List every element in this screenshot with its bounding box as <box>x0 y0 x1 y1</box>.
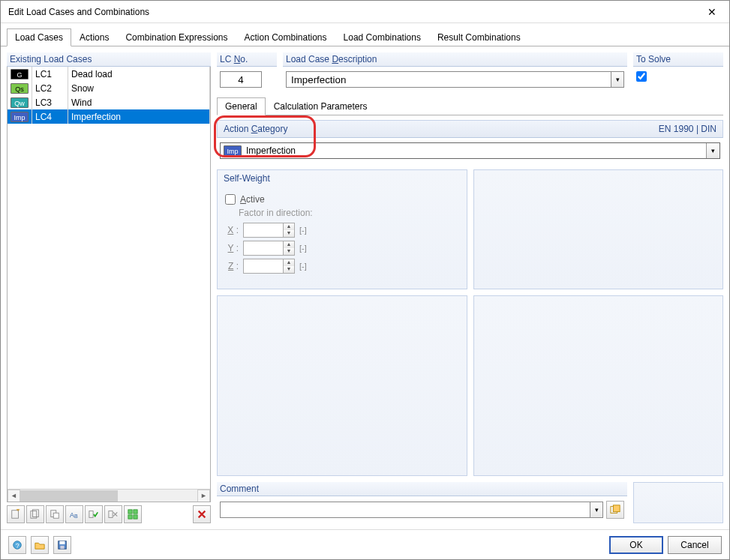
case-desc: Imperfection <box>68 109 210 124</box>
axis-x-input[interactable] <box>243 223 284 238</box>
case-desc: Wind <box>68 95 210 109</box>
save-button[interactable] <box>53 536 71 554</box>
axis-y-input[interactable] <box>243 241 284 256</box>
tab-load-combinations[interactable]: Load Combinations <box>335 28 429 46</box>
active-checkbox[interactable] <box>225 194 236 205</box>
svg-rect-12 <box>134 510 137 514</box>
action-category-tag: Imp <box>224 145 242 156</box>
description-label: Load Case Description <box>283 52 627 67</box>
svg-text:A: A <box>70 511 74 519</box>
case-tag: Qw <box>11 97 29 108</box>
self-weight-header: Self-Weight <box>218 170 467 187</box>
svg-rect-6 <box>53 513 59 518</box>
action-category-value: Imperfection <box>245 145 706 156</box>
action-category-combo[interactable]: Imp Imperfection ▾ <box>220 142 720 159</box>
placeholder-panel-left <box>217 295 467 476</box>
subtab-general[interactable]: General <box>217 97 266 115</box>
comment-side-panel <box>633 482 723 523</box>
comment-dropdown[interactable]: ▾ <box>590 502 603 518</box>
hscroll[interactable]: ◄ ► <box>8 489 210 502</box>
uncheck-button[interactable] <box>104 505 122 523</box>
svg-rect-11 <box>128 510 132 514</box>
lc-no-label: LC No. <box>217 52 277 67</box>
subtab-calculation-parameters[interactable]: Calculation Parameters <box>266 97 376 115</box>
case-tag: Qs <box>11 83 29 94</box>
svg-rect-21 <box>60 545 64 548</box>
axis-unit: [-] <box>299 226 307 235</box>
to-solve-label: To Solve <box>633 52 723 67</box>
axis-z-input[interactable] <box>243 259 284 274</box>
scroll-left-arrow[interactable]: ◄ <box>8 490 20 502</box>
tab-load-cases[interactable]: Load Cases <box>7 28 71 46</box>
tab-action-combinations[interactable]: Action Combinations <box>236 28 335 46</box>
tab-combination-expressions[interactable]: Combination Expressions <box>117 28 236 46</box>
axis-label: X : <box>225 225 239 235</box>
axis-unit: [-] <box>299 262 307 271</box>
svg-text:?: ? <box>16 541 20 549</box>
select-all-button[interactable] <box>124 505 142 523</box>
load-case-list[interactable]: GLC1Dead loadQsLC2SnowQwLC3WindImpLC4Imp… <box>7 67 211 502</box>
svg-rect-0 <box>12 511 19 519</box>
spin-up[interactable]: ▲ <box>284 259 294 266</box>
comment-label: Comment <box>217 482 627 496</box>
svg-rect-20 <box>60 541 65 544</box>
case-code: LC2 <box>32 81 68 95</box>
spin-up[interactable]: ▲ <box>284 223 294 230</box>
spin-down[interactable]: ▼ <box>284 248 294 255</box>
action-category-dropdown[interactable]: ▾ <box>706 143 719 158</box>
case-code: LC1 <box>32 67 68 81</box>
comment-input[interactable] <box>220 502 590 518</box>
delete-button[interactable] <box>193 505 211 523</box>
axis-label: Y : <box>225 243 239 253</box>
load-case-row[interactable]: GLC1Dead load <box>8 67 210 81</box>
description-dropdown[interactable]: ▾ <box>611 71 624 88</box>
svg-rect-9 <box>89 511 93 518</box>
new-multi-button[interactable] <box>26 505 44 523</box>
cancel-button[interactable]: Cancel <box>668 536 722 554</box>
case-desc: Snow <box>68 81 210 95</box>
open-button[interactable] <box>31 536 49 554</box>
case-desc: Dead load <box>68 67 210 81</box>
scroll-thumb[interactable] <box>20 490 118 502</box>
copy-button[interactable] <box>46 505 64 523</box>
svg-text:B: B <box>74 514 78 519</box>
close-button[interactable]: ✕ <box>701 4 723 20</box>
load-case-row[interactable]: QwLC3Wind <box>8 95 210 109</box>
case-tag: Imp <box>11 112 29 122</box>
ok-button[interactable]: OK <box>609 536 663 554</box>
existing-cases-header: Existing Load Cases <box>7 52 211 67</box>
factor-direction-label: Factor in direction: <box>239 208 459 218</box>
axis-unit: [-] <box>299 244 307 253</box>
window-title: Edit Load Cases and Combinations <box>8 7 149 17</box>
spin-down[interactable]: ▼ <box>284 266 294 273</box>
scroll-right-arrow[interactable]: ► <box>197 490 210 502</box>
tab-actions[interactable]: Actions <box>71 28 117 46</box>
main-tab-bar: Load CasesActionsCombination Expressions… <box>1 23 729 46</box>
svg-rect-10 <box>109 511 113 518</box>
case-code: LC4 <box>32 109 68 124</box>
spin-down[interactable]: ▼ <box>284 230 294 237</box>
lc-no-input[interactable] <box>220 71 262 88</box>
standard-label: EN 1990 | DIN <box>659 124 716 134</box>
new-case-button[interactable] <box>7 505 25 523</box>
load-case-row[interactable]: ImpLC4Imperfection <box>8 109 210 124</box>
case-code: LC3 <box>32 95 68 109</box>
case-tag: G <box>11 69 29 79</box>
description-input[interactable] <box>286 71 611 88</box>
svg-rect-14 <box>134 515 137 519</box>
action-category-label: Action Category <box>224 124 287 134</box>
rename-button[interactable]: AB <box>65 505 83 523</box>
axis-label: Z : <box>225 261 239 271</box>
spin-up[interactable]: ▲ <box>284 241 294 248</box>
help-button[interactable]: ? <box>8 536 26 554</box>
tab-result-combinations[interactable]: Result Combinations <box>429 28 529 46</box>
to-solve-checkbox[interactable] <box>636 71 647 82</box>
comment-library-button[interactable] <box>606 501 624 519</box>
load-case-row[interactable]: QsLC2Snow <box>8 81 210 95</box>
placeholder-panel-right <box>473 295 724 476</box>
check-button[interactable] <box>85 505 103 523</box>
svg-rect-16 <box>613 505 620 512</box>
active-label: Active <box>240 194 265 205</box>
svg-rect-13 <box>128 515 132 519</box>
